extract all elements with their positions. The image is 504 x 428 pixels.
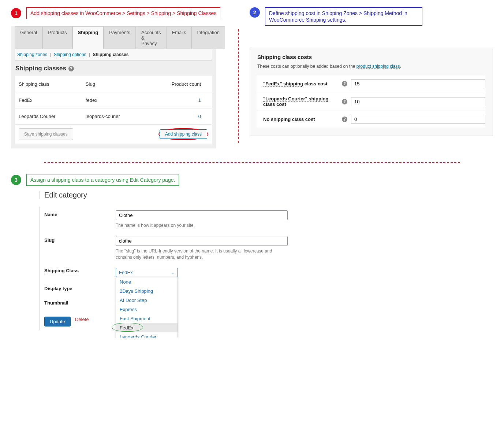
add-shipping-class-button[interactable]: Add shipping class [160,129,207,139]
subnav-zones[interactable]: Shipping zones [17,52,47,57]
dropdown-option[interactable]: None [116,277,178,287]
tab-products[interactable]: Products [42,26,72,49]
cost-row: "Leopards Courier" shipping class cost ? [257,92,485,111]
tab-payments[interactable]: Payments [104,26,136,49]
class-name: Leopards Courier [15,108,82,125]
col-count: Product count [145,76,212,92]
dropdown-option[interactable]: Leopards Courier [116,332,178,337]
cost-row: No shipping class cost ? [257,111,485,128]
shipping-classes-panel: General Products Shipping Payments Accou… [11,26,216,148]
step-badge-1: 1 [11,8,21,18]
subnav-classes: Shipping classes [93,52,128,57]
horizontal-divider [44,162,460,163]
save-shipping-classes-button[interactable]: Save shipping classes [19,128,73,140]
step-callout-3: Assign a shipping class to a category us… [26,174,179,186]
delete-link[interactable]: Delete [75,317,89,322]
tab-emails[interactable]: Emails [166,26,191,49]
step-badge-3: 3 [11,175,21,185]
display-type-label: Display type [44,284,116,291]
shipping-classes-table: Shipping class Slug Product count FedEx … [15,76,212,125]
product-shipping-class-link[interactable]: product shipping class [356,64,400,69]
update-button[interactable]: Update [44,317,71,326]
costs-desc: These costs can optionally be added base… [257,64,485,69]
shipping-class-selected: FedEx [119,270,133,275]
class-name: FedEx [15,92,82,108]
step-badge-2: 2 [250,7,260,18]
table-row[interactable]: FedEx fedex 1 [15,92,212,108]
edit-category-heading: Edit category [40,191,300,199]
step-callout-1: Add shipping classes in WooCommerce > Se… [26,7,220,19]
class-slug: leopards-courier [82,108,145,125]
col-class: Shipping class [15,76,82,92]
class-slug: fedex [82,92,145,108]
help-icon[interactable]: ? [342,99,347,104]
shipping-class-select[interactable]: FedEx ⌄ [116,268,178,277]
dropdown-option[interactable]: Express [116,305,178,314]
subnav-options[interactable]: Shipping options [54,52,86,57]
shipping-subnav: Shipping zones | Shipping options | Ship… [15,49,212,60]
product-count-link[interactable]: 0 [198,114,201,119]
vertical-divider [238,29,239,143]
cost-row: "FedEx" shipping class cost ? [257,75,485,92]
col-slug: Slug [82,76,145,92]
tab-accounts[interactable]: Accounts & Privacy [136,26,166,49]
tab-shipping[interactable]: Shipping [72,26,104,49]
dropdown-option[interactable]: At Door Step [116,296,178,305]
help-icon[interactable]: ? [342,81,347,86]
settings-tabs: General Products Shipping Payments Accou… [15,26,212,49]
product-count-link[interactable]: 1 [198,97,201,103]
annotation-ellipse: Add shipping class [158,128,208,140]
cost-label: No shipping class cost [263,117,338,122]
shipping-classes-title: Shipping classes ? [15,65,212,72]
costs-heading: Shipping class costs [257,54,485,60]
dropdown-option[interactable]: Fast Shipment [116,314,178,323]
chevron-down-icon: ⌄ [171,270,175,275]
name-label: Name [44,210,116,217]
cost-label: "Leopards Courier" shipping class cost [263,96,338,107]
cost-input-leopards[interactable] [351,97,485,106]
dropdown-option[interactable]: 2Days Shipping [116,287,178,296]
shipping-class-dropdown: None 2Days Shipping At Door Step Express… [116,277,178,337]
help-icon[interactable]: ? [68,66,74,71]
table-row[interactable]: Leopards Courier leopards-courier 0 [15,108,212,125]
edit-category-panel: Edit category Name The name is how it ap… [44,191,300,330]
name-hint: The name is how it appears on your site. [116,222,288,229]
dropdown-option-selected[interactable]: FedEx [116,323,178,332]
table-footer: Save shipping classes Add shipping class [15,125,212,144]
step-callout-2: Define shipping cost in Shipping Zones >… [265,7,422,26]
tab-integration[interactable]: Integration [191,26,225,49]
name-input[interactable] [116,210,288,220]
slug-input[interactable] [116,236,288,246]
tab-general[interactable]: General [15,26,42,49]
cost-input-none[interactable] [351,115,485,124]
shipping-class-costs-panel: Shipping class costs These costs can opt… [250,48,493,136]
help-icon[interactable]: ? [342,117,347,122]
slug-hint: The "slug" is the URL-friendly version o… [116,248,288,261]
slug-label: Slug [44,236,116,243]
thumbnail-label: Thumbnail [44,299,116,306]
cost-input-fedex[interactable] [351,79,485,88]
cost-label: "FedEx" shipping class cost [263,81,338,86]
shipping-class-label: Shipping Class [44,266,79,274]
